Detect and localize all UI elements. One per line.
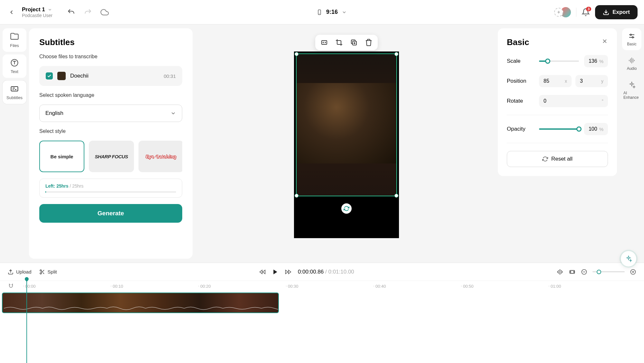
position-x-input[interactable]: 85x bbox=[539, 75, 572, 87]
language-select[interactable]: English bbox=[39, 105, 182, 122]
export-button[interactable]: Export bbox=[595, 5, 638, 19]
playhead[interactable] bbox=[26, 280, 27, 363]
timeline-controls: Upload Split 0:00:00.86 / 0:01:10.00 bbox=[0, 263, 644, 281]
file-checkbox[interactable] bbox=[46, 72, 53, 79]
project-info: Project 1 Podcastle User bbox=[22, 6, 52, 18]
folder-icon bbox=[10, 32, 19, 41]
rail-item-files[interactable]: Files bbox=[3, 28, 26, 52]
project-title: Project 1 bbox=[22, 6, 45, 13]
waveform bbox=[4, 305, 279, 311]
right-rail-ai-enhance[interactable]: AI Enhance bbox=[622, 77, 641, 104]
credits-box: Left: 25hrs / 25hrs bbox=[39, 179, 182, 198]
notifications-button[interactable]: 3 bbox=[582, 8, 590, 16]
forward-button[interactable] bbox=[285, 269, 291, 275]
add-collaborator-icon[interactable]: + bbox=[554, 8, 563, 17]
back-button[interactable] bbox=[6, 7, 17, 17]
chevron-down-icon[interactable] bbox=[48, 7, 52, 12]
timeline-time: 0:00:00.86 / 0:01:10.00 bbox=[298, 269, 354, 275]
right-rail-basic[interactable]: Basic bbox=[622, 28, 641, 50]
crop-button[interactable] bbox=[335, 38, 344, 47]
video-preview[interactable] bbox=[294, 51, 399, 238]
zoom-slider[interactable] bbox=[592, 271, 625, 272]
style-row: Be simple SHARP FOCUS Eye Catching bbox=[39, 141, 182, 172]
style-card-simple[interactable]: Be simple bbox=[39, 141, 84, 172]
project-user: Podcastle User bbox=[22, 13, 52, 18]
language-label: Select spoken language bbox=[39, 92, 182, 98]
generate-button[interactable]: Generate bbox=[39, 204, 182, 223]
upload-icon bbox=[8, 269, 14, 275]
file-name: Doechii bbox=[70, 73, 159, 79]
ai-fab-button[interactable] bbox=[621, 251, 636, 266]
chevron-down-icon[interactable] bbox=[342, 10, 347, 15]
play-button[interactable] bbox=[272, 269, 279, 275]
rotate-input[interactable]: 0 ° bbox=[539, 95, 608, 107]
scale-value[interactable]: 136 % bbox=[584, 55, 608, 67]
svg-marker-24 bbox=[263, 270, 265, 274]
resize-handle-tl[interactable] bbox=[295, 52, 298, 56]
svg-rect-4 bbox=[11, 87, 18, 91]
opacity-slider[interactable] bbox=[539, 128, 579, 130]
left-rail: Files Text Subtitles bbox=[0, 24, 29, 263]
reset-all-button[interactable]: Reset all bbox=[507, 151, 608, 167]
timeline-ruler[interactable]: 00:00 00:10 00:20 00:30 00:40 00:50 01:0… bbox=[0, 281, 644, 291]
resize-handle-bl[interactable] bbox=[295, 194, 298, 198]
file-row[interactable]: Doechii 00:31 bbox=[39, 66, 182, 86]
duplicate-button[interactable] bbox=[349, 38, 358, 47]
svg-point-19 bbox=[40, 273, 42, 274]
undo-button[interactable] bbox=[67, 8, 76, 17]
scale-slider[interactable] bbox=[539, 60, 579, 62]
properties-title: Basic bbox=[507, 37, 608, 47]
scale-row: Scale 136 % bbox=[507, 55, 608, 67]
sparkle-icon bbox=[625, 255, 632, 262]
text-icon bbox=[10, 58, 19, 67]
refresh-icon[interactable] bbox=[341, 203, 352, 214]
canvas-area bbox=[195, 24, 498, 263]
magnet-icon[interactable] bbox=[8, 283, 14, 289]
svg-marker-23 bbox=[260, 270, 262, 274]
collaborators[interactable]: + bbox=[554, 7, 571, 17]
right-rail-audio[interactable]: Audio bbox=[622, 53, 641, 75]
opacity-value[interactable]: 100 % bbox=[584, 123, 608, 135]
svg-marker-25 bbox=[273, 269, 277, 274]
svg-line-21 bbox=[43, 272, 44, 274]
fit-icon[interactable] bbox=[569, 268, 576, 275]
panel-title: Subtitles bbox=[39, 37, 182, 47]
rail-item-text[interactable]: Text bbox=[3, 54, 26, 78]
credits-bar bbox=[45, 191, 176, 193]
position-y-input[interactable]: 3y bbox=[575, 75, 608, 87]
delete-button[interactable] bbox=[364, 38, 373, 47]
phone-icon bbox=[317, 8, 322, 16]
position-row: Position 85x 3y bbox=[507, 75, 608, 87]
rotate-row: Rotate 0 ° bbox=[507, 95, 608, 107]
credits-total: 25hrs bbox=[72, 183, 83, 189]
svg-line-22 bbox=[41, 271, 42, 272]
download-icon bbox=[603, 9, 609, 15]
timeline-tracks[interactable] bbox=[0, 291, 644, 363]
style-card-eye[interactable]: Eye Catching bbox=[138, 141, 182, 172]
split-button[interactable]: Split bbox=[39, 269, 57, 275]
aspect-ratio[interactable]: 9:16 bbox=[326, 9, 338, 15]
selection-box[interactable] bbox=[296, 53, 397, 196]
svg-rect-5 bbox=[322, 41, 327, 44]
rail-item-subtitles[interactable]: Subtitles bbox=[3, 80, 26, 104]
cloud-save-icon[interactable] bbox=[100, 8, 109, 17]
zoom-out-icon[interactable] bbox=[581, 269, 587, 275]
video-clip[interactable] bbox=[2, 293, 279, 313]
zoom-in-icon[interactable] bbox=[630, 269, 636, 275]
subtitles-icon bbox=[10, 84, 19, 93]
close-button[interactable] bbox=[601, 38, 608, 44]
style-card-sharp[interactable]: SHARP FOCUS bbox=[89, 141, 134, 172]
rewind-button[interactable] bbox=[259, 269, 266, 275]
sliders-icon bbox=[628, 32, 636, 40]
choose-files-label: Choose files to transcribe bbox=[39, 54, 182, 60]
file-duration: 00:31 bbox=[164, 73, 176, 79]
credits-left: Left: 25hrs bbox=[45, 183, 69, 189]
resize-handle-tr[interactable] bbox=[394, 52, 398, 56]
trim-icon[interactable] bbox=[556, 268, 564, 275]
svg-point-12 bbox=[632, 37, 633, 38]
upload-button[interactable]: Upload bbox=[8, 269, 32, 275]
header-left: Project 1 Podcastle User bbox=[6, 6, 109, 18]
resize-handle-br[interactable] bbox=[394, 194, 398, 198]
redo-button[interactable] bbox=[83, 8, 92, 17]
code-button[interactable] bbox=[320, 38, 329, 47]
